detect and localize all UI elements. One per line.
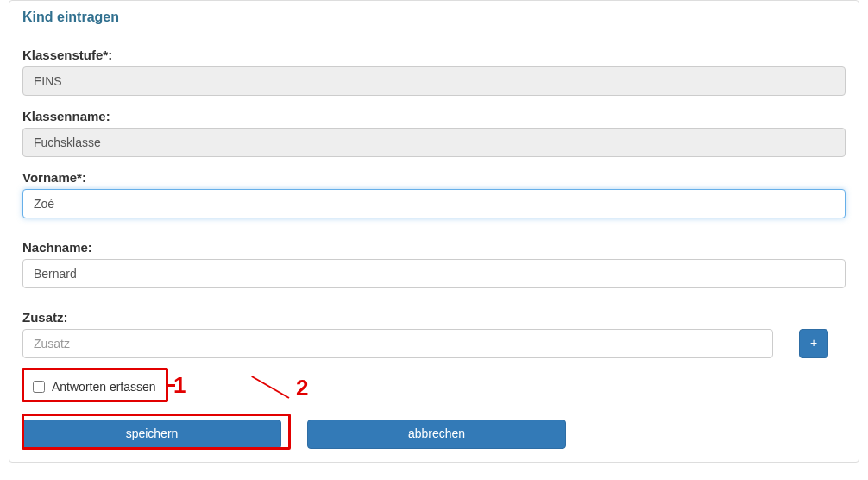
- group-nachname: Nachname:: [22, 240, 846, 288]
- input-klassenstufe: [22, 66, 846, 96]
- label-nachname: Nachname:: [22, 240, 846, 255]
- add-button[interactable]: +: [799, 329, 828, 358]
- group-vorname: Vorname*:: [22, 170, 846, 218]
- input-klassenname: [22, 128, 846, 157]
- group-zusatz: Zusatz: +: [22, 310, 846, 358]
- panel-title: Kind eintragen: [9, 1, 859, 35]
- group-klassenname: Klassenname:: [22, 109, 846, 157]
- input-zusatz[interactable]: [22, 329, 773, 358]
- group-klassenstufe: Klassenstufe*:: [22, 47, 846, 96]
- antworten-erfassen-checkbox[interactable]: Antworten erfassen: [22, 371, 167, 402]
- input-vorname[interactable]: [22, 189, 846, 218]
- label-antworten-erfassen: Antworten erfassen: [52, 380, 156, 394]
- speichern-button[interactable]: speichern: [22, 420, 281, 449]
- label-vorname: Vorname*:: [22, 170, 846, 185]
- label-zusatz: Zusatz:: [22, 310, 846, 325]
- checkbox-antworten[interactable]: [33, 381, 45, 393]
- label-klassenname: Klassenname:: [22, 109, 846, 123]
- label-klassenstufe: Klassenstufe*:: [22, 47, 846, 62]
- panel-body: Klassenstufe*: Klassenname: Vorname*: Na…: [9, 35, 859, 462]
- panel-kind-eintragen: Kind eintragen Klassenstufe*: Klassennam…: [9, 0, 859, 463]
- abbrechen-button[interactable]: abbrechen: [307, 420, 566, 449]
- input-nachname[interactable]: [22, 259, 846, 288]
- button-row: speichern abbrechen: [22, 420, 846, 449]
